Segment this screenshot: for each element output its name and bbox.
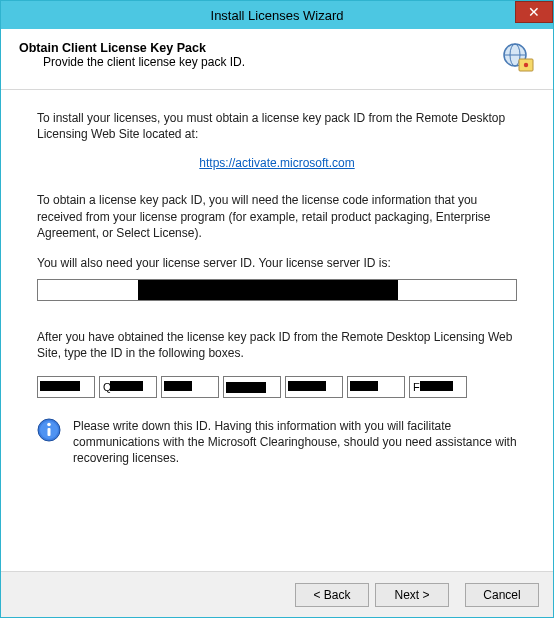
info-icon — [37, 418, 61, 442]
requirements-text-1: To obtain a license key pack ID, you wil… — [37, 192, 517, 241]
info-text: Please write down this ID. Having this i… — [73, 418, 517, 467]
cancel-button[interactable]: Cancel — [465, 583, 539, 607]
page-subtitle: Provide the client license key pack ID. — [43, 55, 491, 69]
svg-point-4 — [524, 63, 528, 67]
redacted-server-id — [138, 280, 398, 300]
close-button[interactable]: ✕ — [515, 1, 553, 23]
key-pack-id-inputs — [37, 376, 517, 398]
page-title: Obtain Client License Key Pack — [19, 41, 491, 55]
wizard-window: Install Licenses Wizard ✕ Obtain Client … — [0, 0, 554, 618]
svg-point-8 — [47, 422, 51, 426]
info-note: Please write down this ID. Having this i… — [37, 418, 517, 467]
window-title: Install Licenses Wizard — [1, 8, 553, 23]
back-button[interactable]: < Back — [295, 583, 369, 607]
svg-rect-7 — [48, 428, 51, 436]
activate-link[interactable]: https://activate.microsoft.com — [37, 156, 517, 170]
instruction-text: After you have obtained the license key … — [37, 329, 517, 361]
requirements-text-2: You will also need your license server I… — [37, 255, 517, 271]
license-server-id-display — [37, 279, 517, 301]
next-button[interactable]: Next > — [375, 583, 449, 607]
license-server-icon — [501, 41, 535, 75]
wizard-body: To install your licenses, you must obtai… — [1, 90, 553, 571]
wizard-footer: < Back Next > Cancel — [1, 571, 553, 617]
titlebar: Install Licenses Wizard ✕ — [1, 1, 553, 29]
intro-text: To install your licenses, you must obtai… — [37, 110, 517, 142]
wizard-header: Obtain Client License Key Pack Provide t… — [1, 29, 553, 90]
